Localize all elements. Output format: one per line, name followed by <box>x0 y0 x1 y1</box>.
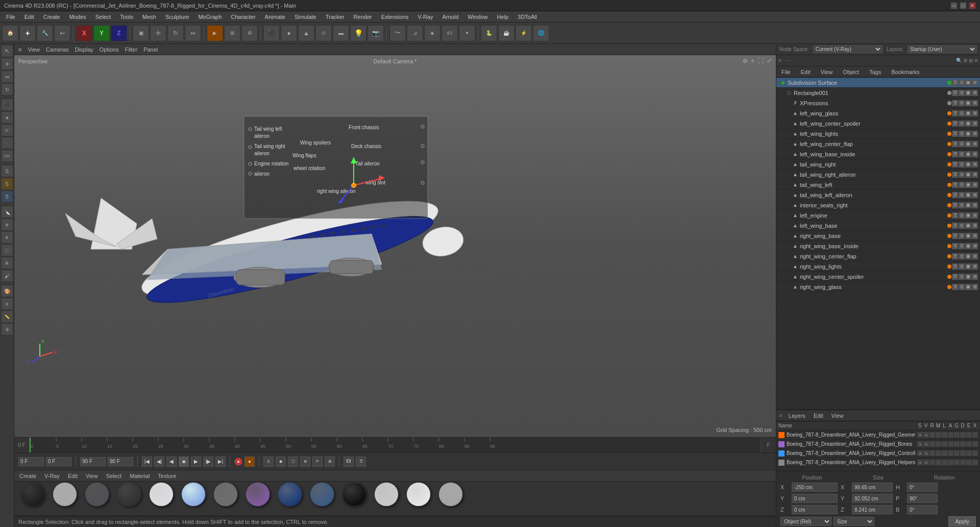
h-icon-5-3[interactable]: ⊞ <box>972 131 978 137</box>
layers-tab-view[interactable]: View <box>829 412 846 420</box>
next-frame-btn[interactable]: |▶ <box>203 457 213 467</box>
toolbar-sphere-btn[interactable]: ● <box>281 25 297 41</box>
keyframe-btn[interactable]: ⧖ <box>263 457 274 467</box>
h-icon-19-2[interactable]: ▣ <box>965 274 971 280</box>
material-ball-2[interactable] <box>85 482 109 507</box>
hierarchy-item-10[interactable]: ▲tail_wing_left☰⊡▣⊞ <box>776 180 980 190</box>
toolbar-deform-btn[interactable]: ⊿ <box>407 25 423 41</box>
tool-material2[interactable]: S <box>1 178 13 190</box>
h-icon-18-2[interactable]: ▣ <box>965 264 971 270</box>
tool-rotate[interactable]: ↻ <box>1 83 13 95</box>
li-2-4[interactable]: ☐ <box>942 450 947 456</box>
hierarchy-item-9[interactable]: ▲tail_wing_right_aileron☰⊡▣⊞ <box>776 170 980 180</box>
toolbar-field-btn[interactable]: ◈ <box>424 25 440 41</box>
material-ball-13[interactable] <box>438 482 463 507</box>
li-1-5[interactable]: ☐ <box>948 441 953 447</box>
menu-tools[interactable]: Tools <box>116 13 137 21</box>
material-ball-7[interactable] <box>246 482 270 507</box>
li-3-1[interactable]: ● <box>923 460 929 465</box>
menu-mesh[interactable]: Mesh <box>138 13 160 21</box>
li-3-2[interactable]: ☐ <box>929 460 935 465</box>
h-icon-9-3[interactable]: ⊞ <box>972 172 978 178</box>
hierarchy-item-11[interactable]: ▲tail_wing_left_aileron☰⊡▣⊞ <box>776 190 980 200</box>
menu-arnold[interactable]: Arnold <box>438 13 462 21</box>
h-icon-2-2[interactable]: ▣ <box>965 100 971 106</box>
minimize-button[interactable]: ─ <box>950 2 958 9</box>
record-auto-btn[interactable]: ● <box>244 457 255 467</box>
li-1-4[interactable]: ☐ <box>942 441 947 447</box>
li-1-3[interactable]: ☐ <box>936 441 941 447</box>
hierarchy-item-3[interactable]: ▲left_wing_glass☰⊡▣⊞ <box>776 108 980 118</box>
viewport-canvas[interactable]: Tail wing left aileron Tail wing right a… <box>14 55 776 437</box>
li-3-7[interactable]: ☐ <box>960 460 966 465</box>
y-pos-input[interactable]: 0 cm <box>792 494 838 503</box>
hierarchy-item-14[interactable]: ▲left_wing_base☰⊡▣⊞ <box>776 221 980 231</box>
li-0-0[interactable]: ● <box>917 432 923 438</box>
h-icon-5-2[interactable]: ▣ <box>965 131 971 137</box>
keyframe4-btn[interactable]: ⊕ <box>300 457 310 467</box>
li-1-9[interactable]: ☐ <box>972 441 978 447</box>
h-icon-4-0[interactable]: ☰ <box>952 121 958 127</box>
h-icon-6-0[interactable]: ☰ <box>952 141 958 147</box>
right-icon-close[interactable]: ✕ <box>974 58 978 63</box>
right-icon-dots[interactable]: ⋯ <box>785 58 790 63</box>
tool-obj[interactable]: ⬛ <box>1 99 13 111</box>
h-icon-3-1[interactable]: ⊡ <box>959 110 965 116</box>
h-icon-0-1[interactable]: ⊡ <box>959 80 965 86</box>
right-icon-search[interactable]: 🔍 <box>956 58 962 63</box>
li-0-3[interactable]: ☐ <box>936 432 941 438</box>
tool-poly[interactable]: ◈ <box>1 111 13 124</box>
keyframe2-btn[interactable]: ◆ <box>276 457 286 467</box>
frame-end-input2[interactable] <box>108 457 133 466</box>
rptab-view[interactable]: View <box>819 68 835 76</box>
menu-animate[interactable]: Animate <box>261 13 289 21</box>
menu-sculpture[interactable]: Sculpture <box>161 13 193 21</box>
object-rel-select[interactable]: Object (Rel) <box>780 517 831 526</box>
li-3-6[interactable]: ☐ <box>954 460 960 465</box>
menu-select[interactable]: Select <box>91 13 115 21</box>
h-icon-18-3[interactable]: ⊞ <box>972 264 978 270</box>
h-icon-20-1[interactable]: ⊡ <box>959 284 965 290</box>
toolbar-model-btn[interactable]: 🏠 <box>2 25 18 41</box>
h-icon-12-2[interactable]: ▣ <box>965 202 971 208</box>
tool-uv[interactable]: UV <box>1 150 13 162</box>
record-btn[interactable]: ● <box>234 458 242 466</box>
h-icon-3-2[interactable]: ▣ <box>965 110 971 116</box>
x-pos-input[interactable]: -250 cm <box>792 483 838 492</box>
li-0-6[interactable]: ☐ <box>954 432 960 438</box>
li-0-4[interactable]: ☐ <box>942 432 947 438</box>
h-icon-17-3[interactable]: ⊞ <box>972 253 978 259</box>
h-icon-0-2[interactable]: ▣ <box>965 80 971 86</box>
li-0-5[interactable]: ☐ <box>948 432 953 438</box>
hierarchy-item-20[interactable]: ▲right_wing_glass☰⊡▣⊞ <box>776 282 980 292</box>
li-2-7[interactable]: ☐ <box>960 450 966 456</box>
right-icon-layout[interactable]: ⊞ <box>969 58 973 63</box>
keyframe5-btn[interactable]: P <box>312 457 323 467</box>
layout-select[interactable]: Startup (User) <box>908 45 977 53</box>
h-icon-16-3[interactable]: ⊞ <box>972 243 978 249</box>
mat-tab-create[interactable]: Create <box>17 472 38 480</box>
h-icon-16-2[interactable]: ▣ <box>965 243 971 249</box>
h-icon-10-2[interactable]: ▣ <box>965 182 971 188</box>
tool-point[interactable]: · <box>1 137 13 149</box>
tool-scale[interactable]: ⇔ <box>1 70 13 83</box>
h-icon-1-3[interactable]: ⊞ <box>972 90 978 96</box>
hierarchy-item-0[interactable]: ◆Subdivision Surface☰⊡▣⊞ <box>776 78 980 88</box>
material-ball-1[interactable] <box>53 482 77 507</box>
hierarchy-item-1[interactable]: □Rectangle001☰⊡▣⊞ <box>776 88 980 98</box>
material-ball-12[interactable] <box>406 482 431 507</box>
h-icon-11-1[interactable]: ⊡ <box>959 192 965 198</box>
toolbar-camera-btn[interactable]: 📷 <box>368 25 384 41</box>
h-icon-14-1[interactable]: ⊡ <box>959 223 965 229</box>
li-3-0[interactable]: ● <box>917 460 923 465</box>
h-icon-14-0[interactable]: ☰ <box>952 223 958 229</box>
menu-create[interactable]: Create <box>39 13 64 21</box>
h-icon-11-0[interactable]: ☰ <box>952 192 958 198</box>
play-reverse-btn[interactable]: ◀ <box>166 457 177 467</box>
li-1-6[interactable]: ☐ <box>954 441 960 447</box>
menu-character[interactable]: Character <box>227 13 259 21</box>
h-icon-3-3[interactable]: ⊞ <box>972 110 978 116</box>
hierarchy-item-7[interactable]: ▲left_wing_base_inside☰⊡▣⊞ <box>776 149 980 159</box>
toolbar-x-btn[interactable]: X <box>76 25 92 41</box>
h-icon-1-2[interactable]: ▣ <box>965 90 971 96</box>
